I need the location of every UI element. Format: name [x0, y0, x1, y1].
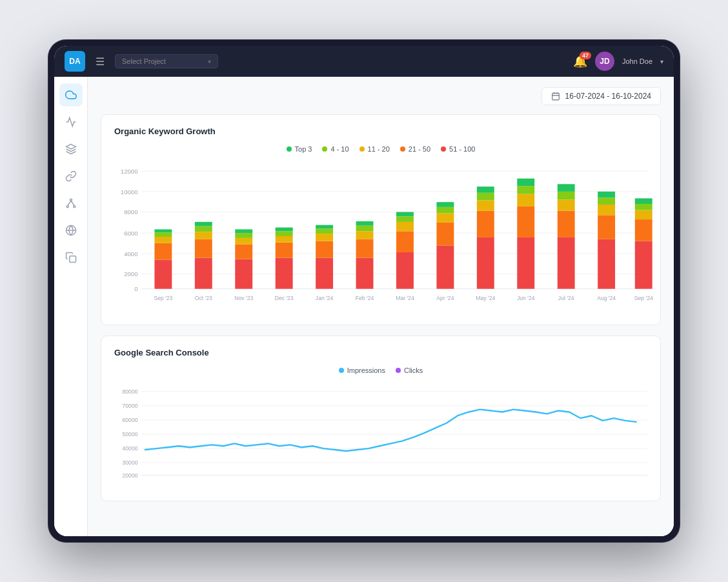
svg-rect-51	[316, 258, 333, 289]
svg-rect-101	[635, 210, 652, 219]
organic-keyword-title: Organic Keyword Growth	[114, 126, 647, 136]
svg-point-3	[73, 206, 75, 208]
legend-dot-impressions	[339, 368, 344, 373]
svg-rect-54	[316, 228, 333, 234]
svg-rect-72	[436, 207, 454, 214]
nav-right: 🔔 47 JD John Doe ▾	[573, 52, 663, 71]
svg-rect-49	[276, 228, 293, 232]
svg-rect-75	[477, 237, 494, 289]
svg-rect-31	[154, 229, 172, 232]
sidebar-item-layers[interactable]	[59, 137, 83, 161]
legend-dot-11-20	[359, 146, 365, 152]
svg-rect-42	[235, 233, 252, 238]
svg-text:2000: 2000	[124, 270, 137, 277]
svg-rect-66	[396, 216, 414, 222]
svg-text:12000: 12000	[121, 168, 138, 175]
legend-dot-51-100	[441, 146, 446, 152]
svg-text:6000: 6000	[124, 230, 137, 237]
svg-rect-65	[396, 222, 414, 231]
svg-rect-60	[356, 226, 374, 232]
svg-rect-93	[598, 239, 615, 289]
svg-text:Feb '24: Feb '24	[356, 295, 374, 301]
bar-nov23: Nov '23	[234, 229, 253, 301]
sidebar-item-globe[interactable]	[59, 219, 83, 242]
project-dropdown[interactable]: Select Project ▾	[115, 54, 218, 68]
svg-rect-55	[316, 225, 333, 229]
notification-button[interactable]: 🔔 47	[573, 54, 587, 68]
legend-dot-clicks	[396, 368, 401, 373]
sidebar-item-cloud[interactable]	[59, 83, 83, 106]
screen: DA ☰ Select Project ▾ 🔔 47 JD John Doe ▾	[54, 46, 674, 536]
main-content: 16-07-2024 - 16-10-2024 Organic Keyword …	[88, 77, 674, 536]
svg-text:50000: 50000	[123, 431, 138, 437]
svg-rect-81	[517, 237, 534, 289]
legend-dot-top3	[287, 146, 292, 152]
sidebar-item-copy[interactable]	[59, 246, 83, 269]
svg-rect-71	[436, 213, 454, 222]
bar-jun24: Jun '24	[517, 179, 535, 301]
svg-rect-40	[235, 244, 252, 259]
date-range-selector[interactable]: 16-07-2024 - 16-10-2024	[541, 87, 661, 105]
legend-item-11-20: 11 - 20	[359, 145, 390, 153]
svg-rect-9	[552, 93, 559, 100]
svg-rect-27	[154, 259, 172, 288]
svg-rect-58	[356, 239, 374, 258]
gsc-legend: Impressions Clicks	[114, 366, 647, 374]
legend-item-21-50: 21 - 50	[400, 145, 430, 153]
svg-text:60000: 60000	[123, 417, 138, 423]
svg-text:10000: 10000	[121, 188, 138, 196]
svg-rect-28	[154, 243, 172, 260]
bar-sep24: Sep '24	[634, 198, 653, 301]
svg-rect-73	[436, 202, 454, 207]
sidebar	[54, 77, 88, 536]
svg-line-5	[71, 201, 74, 206]
svg-text:Aug '24: Aug '24	[597, 295, 616, 301]
svg-rect-85	[517, 179, 534, 186]
bar-apr24: Apr '24	[436, 202, 454, 301]
bar-jan24: Jan '24	[316, 225, 334, 301]
svg-text:Oct '23: Oct '23	[195, 295, 212, 301]
svg-text:20000: 20000	[123, 472, 138, 479]
bar-mar24: Mar '24	[396, 212, 414, 301]
svg-rect-57	[356, 258, 374, 289]
avatar: JD	[595, 52, 614, 71]
svg-rect-36	[195, 226, 212, 232]
svg-text:Jan '24: Jan '24	[316, 295, 334, 301]
sidebar-item-network[interactable]	[59, 192, 83, 215]
svg-rect-37	[195, 222, 212, 226]
top-nav: DA ☰ Select Project ▾ 🔔 47 JD John Doe ▾	[54, 46, 674, 77]
svg-rect-41	[235, 238, 252, 245]
svg-rect-100	[635, 219, 652, 241]
svg-rect-97	[598, 192, 615, 198]
svg-rect-53	[316, 234, 333, 241]
svg-text:Nov '23: Nov '23	[234, 295, 253, 301]
legend-dot-21-50	[400, 146, 405, 152]
hamburger-button[interactable]: ☰	[93, 53, 107, 70]
svg-rect-79	[477, 186, 494, 193]
notification-badge: 47	[580, 52, 591, 59]
svg-rect-102	[635, 204, 652, 210]
svg-text:Sep '24: Sep '24	[634, 295, 653, 301]
svg-rect-82	[517, 206, 534, 237]
svg-text:May '24: May '24	[476, 295, 495, 301]
user-name: John Doe	[622, 57, 652, 65]
sidebar-item-chart[interactable]	[59, 110, 83, 134]
svg-marker-0	[66, 145, 76, 150]
svg-rect-59	[356, 231, 374, 239]
svg-text:Jun '24: Jun '24	[517, 295, 535, 301]
chevron-down-icon: ▾	[208, 58, 211, 65]
impressions-line	[145, 410, 636, 451]
svg-rect-35	[195, 232, 212, 239]
bar-jul24: Jul '24	[558, 184, 575, 301]
line-chart-svg: 20000 30000 40000 50000 60000 70000 8000…	[114, 383, 647, 487]
svg-rect-83	[517, 194, 534, 206]
svg-line-4	[67, 201, 70, 206]
legend-dot-4-10	[322, 146, 327, 152]
svg-text:70000: 70000	[123, 403, 138, 409]
svg-text:40000: 40000	[123, 445, 138, 452]
svg-rect-89	[558, 199, 575, 210]
bar-sep23: Sep '23	[154, 229, 172, 301]
sidebar-item-link[interactable]	[59, 165, 83, 188]
legend-item-4-10: 4 - 10	[322, 145, 349, 153]
user-menu-chevron[interactable]: ▾	[660, 58, 663, 65]
